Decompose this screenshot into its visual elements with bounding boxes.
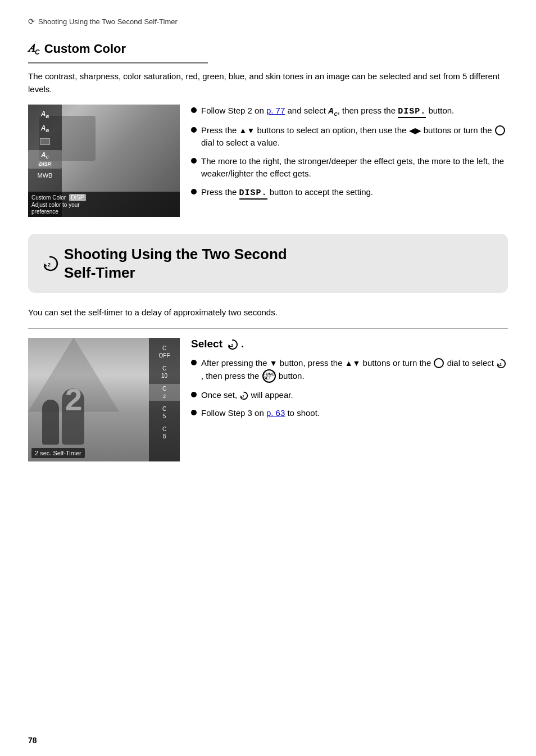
timer-symbol-inline-2: 2 (239, 391, 248, 400)
bullet-4: Press the DISP. button to accept the set… (191, 186, 508, 200)
link-p63[interactable]: p. 63 (266, 408, 285, 418)
timer-menu-10: C10 (149, 364, 180, 381)
timer-title-row: 2 Shooting Using the Two Second Self-Tim… (42, 245, 494, 282)
timer-content-row: 2 COFF C10 C2 C5 C8 2 sec. Self-Timer (28, 338, 508, 461)
timer-title-line1: Shooting Using the Two Second (64, 245, 287, 264)
timer-bullet-2: Once set, 2 will appear. (191, 389, 508, 402)
dial-icon-2 (434, 358, 444, 368)
page-container: ⟳ Shooting Using the Two Second Self-Tim… (0, 0, 536, 756)
svg-text:2: 2 (48, 262, 51, 268)
bullet-text-3: The more to the right, the stronger/deep… (201, 155, 508, 180)
bullet-dot-4 (191, 189, 197, 194)
bullet-3: The more to the right, the stronger/deep… (191, 155, 508, 180)
svg-text:2: 2 (499, 363, 502, 366)
disp-btn-2: DISP. (239, 188, 267, 200)
timer-menu-off: COFF (149, 343, 180, 360)
custom-color-icon: 𝐴C (28, 42, 40, 56)
custom-color-title: Custom Color (44, 42, 126, 56)
disp-btn-1: DISP. (398, 107, 426, 118)
section-custom-color: 𝐴C Custom Color The contrast, sharpness,… (28, 42, 508, 217)
bullet-2: Press the ▲▼ buttons to select an option… (191, 124, 508, 150)
section-timer: 2 Shooting Using the Two Second Self-Tim… (28, 234, 508, 293)
timer-cam-screen: 2 COFF C10 C2 C5 C8 2 sec. Self-Timer (28, 338, 180, 461)
custom-color-bullets: Follow Step 2 on p. 77 and select AC, th… (191, 105, 508, 205)
timer-bullet-dot-2 (191, 392, 197, 397)
svg-text:2: 2 (243, 395, 244, 398)
timer-body: You can set the self-timer to a delay of… (28, 306, 508, 461)
timer-title-text: Shooting Using the Two Second Self-Timer (64, 245, 287, 282)
cam-menu-item-4: ACDISP (28, 150, 62, 169)
custom-color-title-row: 𝐴C Custom Color (28, 42, 508, 56)
select-timer-icon: 2 (227, 339, 241, 350)
select-heading: Select 2 . (191, 338, 508, 351)
link-p77[interactable]: p. 77 (266, 106, 285, 115)
custom-color-underline (28, 62, 208, 64)
timer-bullet-text-1: After pressing the ▼ button, press the ▲… (201, 357, 508, 383)
divider (28, 328, 508, 329)
timer-bullet-text-2: Once set, 2 will appear. (201, 389, 508, 402)
self-timer-svg: 2 (42, 255, 58, 272)
timer-cam-right-menu: COFF C10 C2 C5 C8 (149, 338, 180, 461)
cam-menu-item-2: AB (40, 123, 50, 135)
timer-menu-c8: C8 (149, 424, 180, 441)
timer-image: 2 COFF C10 C2 C5 C8 2 sec. Self-Timer (28, 338, 180, 461)
cam-menu-item-1: AB (40, 109, 50, 121)
svg-text:2: 2 (231, 343, 233, 347)
timer-bullets-area: Select 2 . After pressing the ▼ button, … (191, 338, 508, 425)
bullet-dot-3 (191, 158, 197, 164)
timer-menu-c5: C5 (149, 404, 180, 421)
up-down-arrows-1: ▲▼ (239, 126, 255, 135)
cam-menu-item-3 (39, 137, 51, 148)
breadcrumb: ⟳ Shooting Using the Two Second Self-Tim… (28, 17, 508, 30)
ac-icon-1: AC (328, 105, 338, 118)
bullet-text-2: Press the ▲▼ buttons to select an option… (201, 124, 508, 150)
cam-tooltip-label: Custom Color (31, 194, 66, 201)
timer-section-icon: 2 (42, 255, 58, 272)
timer-description: You can set the self-timer to a delay of… (28, 306, 508, 319)
custom-color-description: The contrast, sharpness, color saturatio… (28, 70, 508, 96)
timer-bullet-text-3: Follow Step 3 on p. 63 to shoot. (201, 407, 508, 420)
page-number: 78 (28, 736, 37, 745)
timer-bullet-1: After pressing the ▼ button, press the ▲… (191, 357, 508, 383)
bullet-dot-2 (191, 127, 197, 133)
timer-bullet-dot-3 (191, 410, 197, 415)
cam-tooltip: Custom Color DISP Adjust color to yourpr… (28, 192, 180, 217)
bullet-text-4: Press the DISP. button to accept the set… (201, 186, 508, 200)
timer-bullets: After pressing the ▼ button, press the ▲… (191, 357, 508, 420)
cam-menu-item-5: MWB (37, 171, 54, 180)
timer-bullet-dot-1 (191, 360, 197, 365)
up-down-arrows-2: ▲▼ (345, 359, 361, 368)
timer-cam-label: 2 sec. Self-Timer (31, 448, 85, 458)
dial-icon-1 (495, 125, 505, 135)
cam-tooltip-text: Adjust color to yourpreference (31, 202, 80, 215)
breadcrumb-text: Shooting Using the Two Second Self-Timer (38, 17, 178, 26)
timer-bullet-3: Follow Step 3 on p. 63 to shoot. (191, 407, 508, 420)
timer-breadcrumb-icon: ⟳ (28, 17, 35, 26)
custom-color-content: AB AB ACDISP MWB Custom Color DISP (28, 105, 508, 217)
bullet-1: Follow Step 2 on p. 77 and select AC, th… (191, 105, 508, 119)
timer-menu-2: C2 (149, 384, 180, 401)
down-arrow: ▼ (270, 359, 278, 368)
left-right-arrows: ◀▶ (409, 126, 421, 135)
timer-symbol-inline: 2 (496, 359, 506, 369)
cam-disp-badge: DISP (69, 194, 85, 201)
timer-title-line2: Self-Timer (64, 264, 287, 282)
select-timer-svg: 2 (227, 339, 238, 350)
custom-color-image: AB AB ACDISP MWB Custom Color DISP (28, 105, 180, 217)
bullet-dot-1 (191, 107, 197, 113)
func-set-btn: FUNCSET (262, 369, 276, 383)
bullet-text-1: Follow Step 2 on p. 77 and select AC, th… (201, 105, 508, 119)
